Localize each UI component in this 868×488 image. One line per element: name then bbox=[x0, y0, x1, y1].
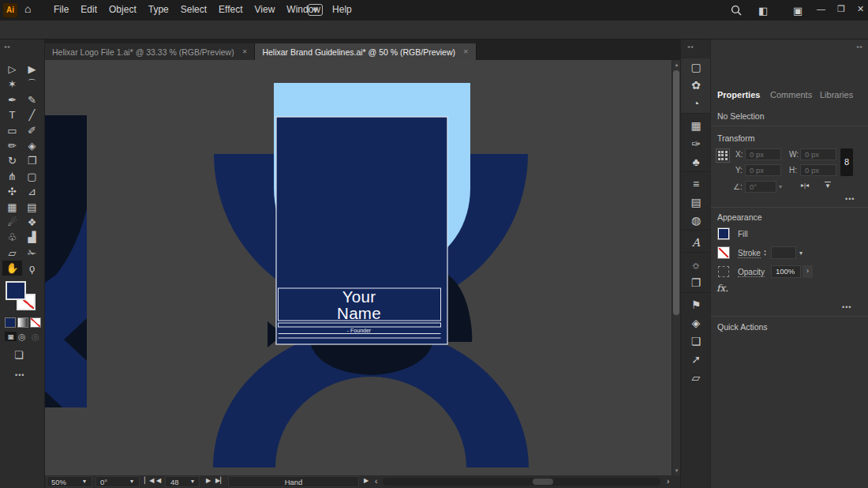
workspace-switcher-icon[interactable]: ◧ bbox=[758, 5, 768, 17]
appearance-stroke-stepper[interactable]: ▴▾ bbox=[761, 246, 769, 258]
tool-line-segment[interactable]: ╱ bbox=[22, 107, 42, 122]
appearance-stroke-label[interactable]: Stroke bbox=[738, 249, 761, 258]
symbols-panel-icon[interactable]: ♣ bbox=[681, 153, 711, 171]
tool-hand[interactable]: ✋ bbox=[2, 261, 22, 276]
horizontal-scrollbar-thumb[interactable] bbox=[533, 479, 553, 485]
transform-more-icon[interactable]: ••• bbox=[845, 195, 855, 203]
tool-eraser[interactable]: ◈ bbox=[22, 138, 42, 153]
tab-comments[interactable]: Comments bbox=[770, 90, 812, 99]
tool-shape-builder[interactable]: ✣ bbox=[2, 184, 22, 199]
restore-button[interactable]: ❐ bbox=[837, 4, 845, 14]
transparency-panel-icon[interactable]: ◍ bbox=[681, 212, 711, 230]
tool-artboard[interactable]: ▱ bbox=[2, 246, 22, 261]
previous-artboard-icon[interactable]: ◀ bbox=[156, 477, 161, 484]
zoom-chevron-icon[interactable]: ▾ bbox=[83, 478, 86, 485]
w-field[interactable]: 0 px bbox=[800, 148, 836, 160]
x-field[interactable]: 0 px bbox=[745, 148, 781, 160]
menu-item-effect[interactable]: Effect bbox=[219, 4, 242, 15]
artboard-chevron-icon[interactable]: ▾ bbox=[191, 478, 194, 485]
horizontal-scrollbar[interactable] bbox=[383, 478, 660, 486]
tool-zoom[interactable]: ϙ bbox=[22, 261, 42, 276]
stroke-panel-icon[interactable]: ≡ bbox=[681, 175, 711, 193]
dock-collapse-icon[interactable]: ◂◂ bbox=[687, 43, 694, 49]
artboards-panel-icon[interactable]: ❐ bbox=[681, 274, 711, 292]
document-tab-2[interactable]: Helixar Brand Guidelines.ai* @ 50 % (RGB… bbox=[255, 43, 476, 60]
tool-pen[interactable]: ✒ bbox=[2, 92, 22, 107]
swatches-panel-icon[interactable]: ▦ bbox=[681, 117, 711, 135]
document-tab-1[interactable]: Helixar Logo File 1.ai* @ 33.33 % (RGB/P… bbox=[45, 43, 255, 60]
brushes-panel-icon[interactable]: ✑ bbox=[681, 135, 711, 153]
artboard-number-field[interactable]: 48 bbox=[165, 476, 200, 487]
pages-panel-icon[interactable]: ❏ bbox=[681, 332, 711, 351]
tool-scale[interactable]: ❐ bbox=[22, 153, 42, 168]
last-artboard-icon[interactable]: ▶▏ bbox=[215, 477, 225, 484]
tool-slice[interactable]: ✁ bbox=[22, 246, 42, 261]
minimize-button[interactable]: — bbox=[817, 4, 825, 13]
fill-indicator[interactable] bbox=[6, 281, 26, 300]
menu-item-object[interactable]: Object bbox=[109, 4, 137, 15]
panel-toggle-icon[interactable]: ▣ bbox=[793, 5, 803, 17]
gradient-button[interactable] bbox=[17, 317, 28, 328]
vertical-scrollbar-thumb[interactable] bbox=[673, 70, 679, 315]
align-panel-icon[interactable]: ⚑ bbox=[681, 296, 711, 314]
tool-paintbrush[interactable]: ✐ bbox=[22, 123, 42, 138]
appearance-stroke-swatch[interactable] bbox=[717, 246, 730, 259]
appearance-opacity-field[interactable]: 100% bbox=[771, 265, 801, 278]
tab-close-icon[interactable]: ✕ bbox=[463, 48, 469, 55]
h-field[interactable]: 0 px bbox=[800, 164, 836, 176]
tool-lasso[interactable]: ⌒ bbox=[22, 77, 42, 92]
canvas[interactable]: Your Name - Founder ▴ ▾ bbox=[45, 60, 680, 475]
search-icon[interactable] bbox=[731, 5, 742, 16]
tool-column-graph[interactable]: ▟ bbox=[22, 230, 42, 245]
y-field[interactable]: 0 px bbox=[745, 164, 781, 176]
appearance-stroke-field[interactable] bbox=[771, 246, 796, 259]
character-panel-icon[interactable]: A bbox=[681, 234, 711, 252]
gradient-panel-icon[interactable]: ▤ bbox=[681, 193, 711, 212]
rotation-chevron-icon[interactable]: ▾ bbox=[130, 478, 133, 485]
draw-normal-icon[interactable]: ◙ bbox=[5, 332, 17, 341]
appearance-opacity-expand-icon[interactable]: › bbox=[803, 265, 813, 278]
appearance-stroke-chevron-icon[interactable]: ▾ bbox=[799, 250, 803, 257]
status-menu-icon[interactable]: ▶ bbox=[364, 477, 369, 484]
layers-panel-icon[interactable]: ◈ bbox=[681, 314, 711, 332]
first-artboard-icon[interactable]: ▏◀ bbox=[144, 477, 154, 484]
menu-item-select[interactable]: Select bbox=[181, 4, 207, 15]
color-guide-panel-icon[interactable]: ◔ bbox=[681, 95, 711, 113]
angle-chevron-icon[interactable]: ▾ bbox=[779, 183, 782, 190]
tool-free-transform[interactable]: ▢ bbox=[22, 169, 42, 184]
hscroll-right-icon[interactable]: › bbox=[667, 477, 669, 486]
tool-symbol-sprayer[interactable]: ♧ bbox=[2, 230, 22, 245]
illustrator-app-icon[interactable]: Ai bbox=[3, 3, 17, 17]
asset-export-panel-icon[interactable]: ☼ bbox=[681, 256, 711, 274]
close-button[interactable]: ✕ bbox=[857, 4, 864, 14]
pattern-panel-icon[interactable]: ▱ bbox=[681, 369, 711, 387]
flip-horizontal-icon[interactable]: ▸|◂ bbox=[801, 182, 809, 189]
tool-direct-selection[interactable]: ▶ bbox=[22, 62, 42, 77]
tool-rectangle[interactable]: ▭ bbox=[2, 123, 22, 138]
appearance-fill-swatch[interactable] bbox=[717, 227, 730, 240]
none-button[interactable] bbox=[30, 317, 41, 328]
tab-properties[interactable]: Properties bbox=[717, 90, 760, 99]
tool-magic-wand[interactable]: ✶ bbox=[2, 77, 22, 92]
draw-behind-icon[interactable]: ◎ bbox=[18, 332, 26, 342]
tool-curvature[interactable]: ✎ bbox=[22, 92, 42, 107]
screen-mode-icon[interactable]: ❏ bbox=[14, 349, 24, 361]
menu-item-view[interactable]: View bbox=[255, 4, 275, 15]
tool-selection[interactable]: ▷ bbox=[2, 62, 22, 77]
tool-blend[interactable]: ❖ bbox=[22, 215, 42, 230]
tool-type[interactable]: T bbox=[2, 107, 22, 122]
tool-pencil[interactable]: ✏ bbox=[2, 138, 22, 153]
color-button[interactable] bbox=[5, 317, 16, 328]
constrain-proportions-icon[interactable]: 8 bbox=[840, 148, 853, 176]
scroll-up-icon[interactable]: ▴ bbox=[672, 62, 680, 68]
color-panel-icon[interactable]: ✿ bbox=[681, 77, 711, 95]
toolbar-more-icon[interactable]: ••• bbox=[15, 371, 24, 379]
tool-mesh[interactable]: ▦ bbox=[2, 200, 22, 215]
share-icon[interactable]: ❖ bbox=[308, 4, 323, 16]
export-panel-icon[interactable]: ➚ bbox=[681, 351, 711, 369]
appearance-more-icon[interactable]: ••• bbox=[842, 303, 851, 311]
tool-rotate[interactable]: ↻ bbox=[2, 153, 22, 168]
tab-close-icon[interactable]: ✕ bbox=[242, 48, 248, 55]
tool-width[interactable]: ⋔ bbox=[2, 169, 22, 184]
fx-button[interactable]: fx. bbox=[716, 283, 728, 294]
